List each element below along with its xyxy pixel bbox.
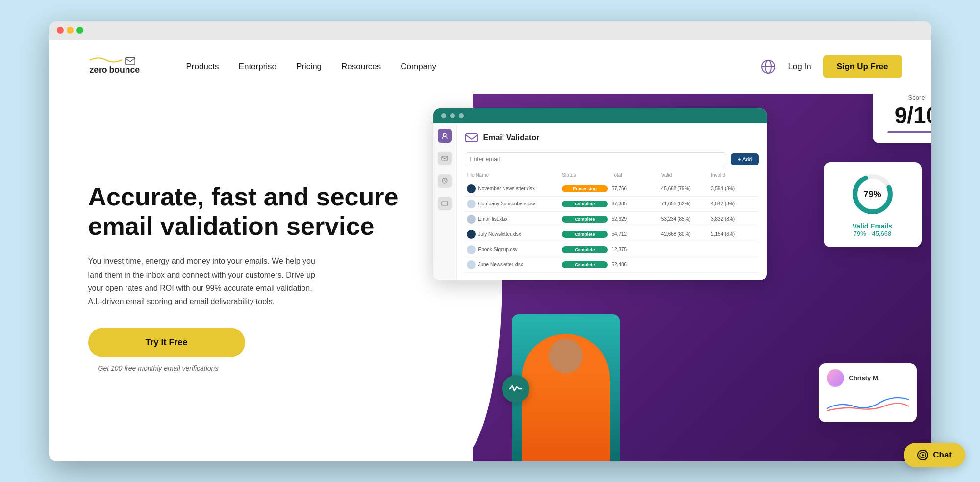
table-row[interactable]: Company Subscribers.csv Complete 87,385 … bbox=[465, 197, 759, 212]
person-head bbox=[549, 339, 583, 373]
file-name: November Newsletter.xlsx bbox=[478, 186, 535, 191]
file-name-cell: November Newsletter.xlsx bbox=[467, 184, 558, 193]
sidebar-icons bbox=[433, 123, 457, 280]
file-name: Email list.xlsx bbox=[478, 216, 508, 222]
globe-icon[interactable] bbox=[760, 59, 776, 75]
valid-cell: 71,655 (82%) bbox=[661, 201, 707, 206]
score-label: Score bbox=[887, 94, 931, 101]
row-dot bbox=[467, 245, 476, 254]
valid-cell: 53,234 (85%) bbox=[661, 216, 707, 222]
row-dot bbox=[467, 200, 476, 208]
email-validator-icon bbox=[465, 131, 478, 145]
person-name: Christy M. bbox=[849, 374, 880, 381]
hero-section: Accurate, fast and secure email validati… bbox=[49, 94, 931, 461]
svg-rect-11 bbox=[466, 134, 477, 142]
person-info: Christy M. bbox=[827, 369, 909, 387]
chart-svg bbox=[827, 392, 909, 416]
svg-rect-7 bbox=[442, 156, 448, 160]
dashboard-mockup: Email Validator + Add File Name Status T… bbox=[433, 108, 767, 280]
status-badge: Processing bbox=[562, 185, 607, 192]
row-dot bbox=[467, 184, 476, 193]
try-it-free-button[interactable]: Try It Free bbox=[88, 328, 245, 357]
hero-description: You invest time, energy and money into y… bbox=[88, 254, 324, 308]
invalid-cell: 2,154 (6%) bbox=[711, 231, 756, 237]
valid-emails-card: 79% Valid Emails 79% - 45,668 bbox=[824, 162, 922, 247]
file-name: July Newsletter.xlsx bbox=[478, 231, 521, 237]
file-name-cell: Email list.xlsx bbox=[467, 215, 558, 224]
file-name: Ebook Signup.csv bbox=[478, 247, 518, 252]
dashboard-body: Email Validator + Add File Name Status T… bbox=[457, 123, 767, 280]
valid-emails-label: Valid Emails bbox=[835, 222, 910, 230]
nav-link-products[interactable]: Products bbox=[186, 62, 219, 72]
dot-3 bbox=[459, 113, 464, 118]
dashboard-sidebar: Email Validator + Add File Name Status T… bbox=[433, 123, 767, 280]
total-cell: 12,375 bbox=[612, 247, 657, 252]
valid-cell: 42,668 (80%) bbox=[661, 231, 707, 237]
status-badge: Complete bbox=[562, 231, 607, 238]
file-name-cell: Company Subscribers.csv bbox=[467, 200, 558, 208]
activity-icon bbox=[509, 382, 523, 396]
person-card: Christy M. bbox=[819, 363, 917, 422]
donut-chart: 79% bbox=[851, 172, 895, 216]
total-cell: 52,486 bbox=[612, 262, 657, 267]
table-row[interactable]: Email list.xlsx Complete 52,629 53,234 (… bbox=[465, 212, 759, 227]
file-name: Company Subscribers.csv bbox=[478, 201, 535, 206]
row-dot bbox=[467, 260, 476, 269]
nav-links: Products Enterprise Pricing Resources Co… bbox=[186, 62, 761, 72]
table-row[interactable]: Ebook Signup.csv Complete 12,375 bbox=[465, 242, 759, 257]
nav-link-pricing[interactable]: Pricing bbox=[296, 62, 322, 72]
chart-lines bbox=[827, 392, 909, 416]
traffic-light-green[interactable] bbox=[76, 27, 83, 34]
sidebar-icon-clock[interactable] bbox=[438, 174, 452, 188]
valid-cell: 45,668 (79%) bbox=[661, 186, 707, 191]
page-content: zero bounce Products Enterprise Pricing … bbox=[49, 40, 931, 461]
status-badge: Complete bbox=[562, 261, 607, 268]
traffic-light-red[interactable] bbox=[57, 27, 64, 34]
total-cell: 52,629 bbox=[612, 216, 657, 222]
logo-svg: zero bounce bbox=[78, 52, 157, 81]
row-dot bbox=[467, 230, 476, 239]
person-silhouette bbox=[522, 334, 610, 461]
dashboard-card: Email Validator + Add File Name Status T… bbox=[433, 108, 767, 280]
score-bar-fill bbox=[887, 131, 931, 133]
svg-text:zero: zero bbox=[89, 65, 107, 75]
sidebar-icon-email[interactable] bbox=[438, 152, 452, 165]
dot-1 bbox=[441, 113, 446, 118]
traffic-light-yellow[interactable] bbox=[67, 27, 74, 34]
file-name: June Newsletter.xlsx bbox=[478, 262, 523, 267]
chat-button[interactable]: Chat bbox=[904, 443, 965, 467]
email-input-field[interactable] bbox=[465, 152, 727, 166]
nav-link-company[interactable]: Company bbox=[401, 62, 436, 72]
table-row[interactable]: July Newsletter.xlsx Complete 54,712 42,… bbox=[465, 227, 759, 242]
navbar: zero bounce Products Enterprise Pricing … bbox=[49, 40, 931, 94]
file-name-cell: Ebook Signup.csv bbox=[467, 245, 558, 254]
svg-point-6 bbox=[443, 133, 446, 136]
signup-button[interactable]: Sign Up Free bbox=[823, 55, 902, 78]
hero-right: Score 9/10 bbox=[473, 94, 931, 461]
activity-button[interactable] bbox=[502, 375, 529, 403]
score-bar bbox=[887, 131, 931, 133]
score-value: 9/10 bbox=[887, 103, 931, 128]
chat-icon bbox=[917, 450, 928, 460]
row-dot bbox=[467, 215, 476, 224]
traffic-lights bbox=[57, 27, 83, 34]
table-row[interactable]: June Newsletter.xlsx Complete 52,486 bbox=[465, 257, 759, 273]
email-validator-label: Email Validator bbox=[483, 133, 540, 142]
sidebar-icon-card[interactable] bbox=[438, 197, 452, 210]
dashboard-header bbox=[433, 108, 767, 123]
email-validator-title: Email Validator bbox=[465, 131, 759, 145]
col-filename: File Name bbox=[467, 172, 558, 178]
invalid-cell: 3,832 (8%) bbox=[711, 216, 756, 222]
table-row[interactable]: November Newsletter.xlsx Processing 57,7… bbox=[465, 181, 759, 197]
add-button[interactable]: + Add bbox=[731, 153, 758, 165]
svg-text:bounce: bounce bbox=[109, 65, 140, 75]
dot-2 bbox=[450, 113, 455, 118]
nav-link-resources[interactable]: Resources bbox=[341, 62, 381, 72]
col-status: Status bbox=[562, 172, 607, 178]
sidebar-icon-users[interactable] bbox=[438, 129, 452, 143]
table-rows: November Newsletter.xlsx Processing 57,7… bbox=[465, 181, 759, 273]
login-link[interactable]: Log In bbox=[788, 62, 811, 72]
email-input-row: + Add bbox=[465, 152, 759, 166]
total-cell: 87,385 bbox=[612, 201, 657, 206]
nav-link-enterprise[interactable]: Enterprise bbox=[239, 62, 276, 72]
